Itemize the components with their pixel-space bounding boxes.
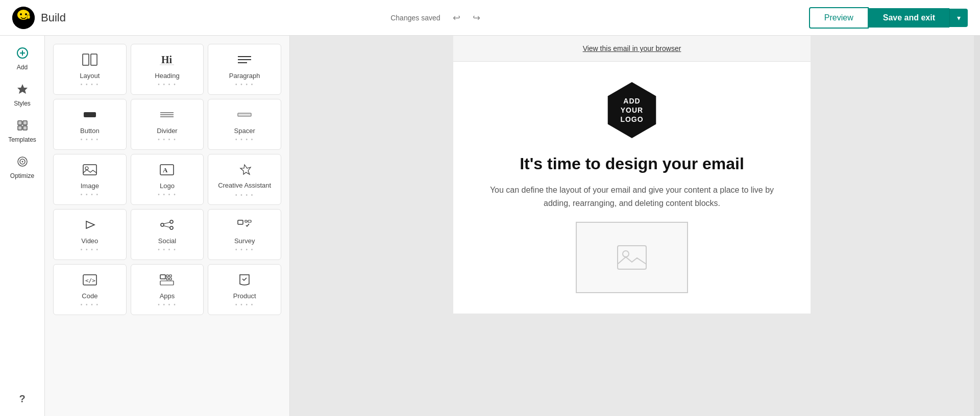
social-icon — [159, 219, 175, 233]
block-spacer[interactable]: Spacer • • • • — [208, 99, 281, 150]
save-exit-button[interactable]: Save and exit — [869, 8, 949, 28]
svg-rect-45 — [169, 275, 172, 277]
svg-point-35 — [170, 226, 173, 229]
templates-icon — [16, 119, 29, 134]
svg-rect-9 — [18, 121, 22, 125]
header-left: Build — [12, 7, 66, 29]
block-social[interactable]: Social • • • • — [131, 209, 204, 260]
nav-sidebar: Add Styles Templates — [0, 36, 45, 416]
block-video-label: Video — [81, 237, 98, 245]
block-layout-label: Layout — [80, 72, 100, 80]
add-icon — [16, 47, 29, 62]
browser-link[interactable]: View this email in your browser — [583, 44, 681, 53]
undo-button[interactable]: ↩ — [449, 10, 464, 25]
code-icon: </> — [82, 274, 97, 288]
svg-marker-32 — [86, 221, 94, 228]
block-button[interactable]: Button • • • • — [53, 99, 127, 150]
sidebar-item-templates-label: Templates — [8, 136, 36, 143]
logo-line2: YOUR — [621, 106, 643, 115]
email-preview: View this email in your browser ADD YOUR… — [290, 36, 974, 416]
svg-rect-46 — [166, 278, 168, 280]
block-video[interactable]: Video • • • • — [53, 209, 127, 260]
blocks-grid: Layout • • • • Hi Heading • • • • — [45, 36, 289, 323]
block-product-label: Product — [233, 292, 256, 300]
block-logo-label: Logo — [160, 182, 175, 190]
save-exit-dropdown-button[interactable]: ▾ — [949, 9, 968, 27]
block-survey-label: Survey — [234, 237, 255, 245]
block-divider[interactable]: Divider • • • • — [131, 99, 204, 150]
header-actions: Preview Save and exit ▾ — [809, 7, 968, 29]
sidebar-item-styles[interactable]: Styles — [4, 78, 41, 112]
svg-rect-28 — [83, 165, 96, 175]
sidebar-item-optimize[interactable]: Optimize — [4, 150, 41, 185]
svg-rect-48 — [160, 281, 174, 285]
block-image-label: Image — [81, 182, 99, 190]
divider-icon — [159, 109, 175, 123]
logo-line3: LOGO — [620, 115, 643, 124]
svg-rect-16 — [83, 54, 89, 65]
help-button[interactable]: ? — [4, 388, 41, 410]
optimize-icon — [16, 155, 29, 170]
sidebar-item-add[interactable]: Add — [4, 42, 41, 76]
redo-button[interactable]: ↪ — [469, 10, 484, 25]
block-survey[interactable]: Survey • • • • — [208, 209, 281, 260]
blocks-panel: Layout • • • • Hi Heading • • • • — [45, 36, 290, 416]
block-product[interactable]: Product • • • • — [208, 264, 281, 315]
svg-rect-11 — [18, 126, 22, 130]
email-body: ADD YOUR LOGO It's time to design your e… — [453, 62, 811, 314]
main-area: Add Styles Templates — [0, 36, 980, 416]
svg-rect-27 — [238, 113, 251, 116]
logo-line1: ADD — [623, 96, 640, 106]
svg-line-37 — [164, 226, 170, 227]
image-icon — [82, 164, 97, 178]
svg-point-50 — [623, 251, 629, 257]
svg-rect-10 — [23, 121, 27, 125]
block-button-label: Button — [80, 127, 100, 135]
svg-point-4 — [27, 15, 30, 19]
block-heading[interactable]: Hi Heading • • • • — [131, 44, 204, 95]
svg-rect-40 — [248, 220, 251, 222]
undo-redo-group: ↩ ↪ — [449, 10, 484, 25]
button-icon — [82, 109, 97, 123]
email-headline: It's time to design your email — [474, 154, 790, 173]
svg-text:A: A — [163, 166, 168, 174]
block-code-label: Code — [82, 292, 97, 300]
survey-icon — [237, 219, 252, 233]
product-icon — [237, 274, 252, 288]
block-apps-label: Apps — [160, 292, 175, 300]
svg-rect-38 — [238, 220, 243, 224]
email-top-bar: View this email in your browser — [453, 36, 811, 62]
svg-point-3 — [25, 13, 27, 15]
block-social-label: Social — [158, 237, 176, 245]
right-scrollbar[interactable] — [974, 36, 980, 416]
paragraph-icon — [237, 54, 252, 68]
svg-text:</>: </> — [85, 277, 95, 284]
sidebar-item-templates[interactable]: Templates — [4, 114, 41, 148]
svg-point-29 — [85, 167, 88, 170]
svg-rect-44 — [166, 275, 168, 277]
block-logo[interactable]: A Logo • • • • — [131, 154, 204, 205]
block-paragraph[interactable]: Paragraph • • • • — [208, 44, 281, 95]
sidebar-item-optimize-label: Optimize — [10, 172, 34, 179]
styles-icon — [16, 83, 29, 98]
block-layout[interactable]: Layout • • • • — [53, 44, 127, 95]
block-apps[interactable]: Apps • • • • — [131, 264, 204, 315]
header-center: Changes saved ↩ ↪ — [390, 10, 484, 25]
block-code[interactable]: </> Code • • • • — [53, 264, 127, 315]
email-image-placeholder — [576, 222, 688, 293]
svg-rect-12 — [23, 126, 27, 130]
svg-point-2 — [20, 13, 22, 15]
svg-point-15 — [21, 161, 23, 163]
block-divider-label: Divider — [157, 127, 177, 135]
svg-point-34 — [170, 220, 173, 223]
video-icon — [82, 219, 97, 233]
block-spacer-label: Spacer — [234, 127, 255, 135]
block-image[interactable]: Image • • • • — [53, 154, 127, 205]
svg-rect-47 — [169, 278, 172, 280]
block-creative-assistant[interactable]: Creative Assistant • • • • — [208, 154, 281, 205]
layout-icon — [82, 54, 97, 68]
email-container: View this email in your browser ADD YOUR… — [453, 36, 811, 314]
preview-button[interactable]: Preview — [809, 7, 869, 29]
creative-assistant-icon — [237, 163, 252, 177]
svg-rect-17 — [91, 54, 97, 65]
